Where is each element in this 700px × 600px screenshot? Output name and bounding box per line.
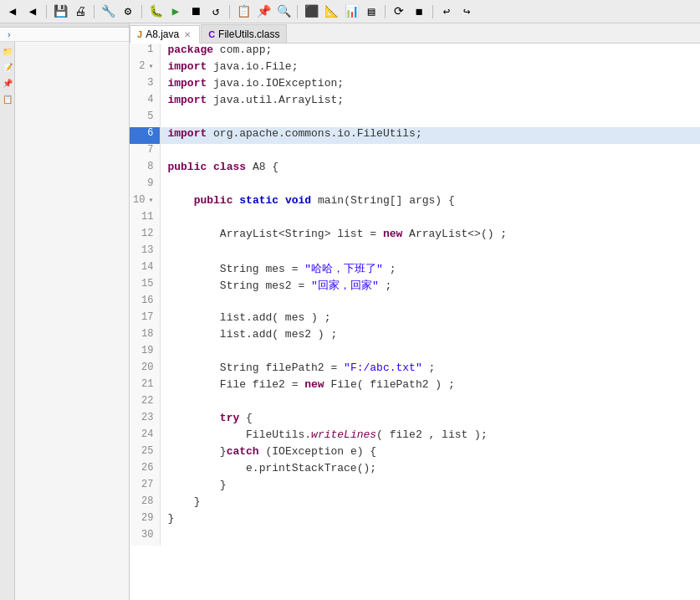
fold-arrow-10[interactable]: ▾ xyxy=(148,195,153,205)
line-number-label-24: 24 xyxy=(141,428,153,440)
line-number-label-26: 26 xyxy=(141,462,153,474)
code-line-24: 24 FileUtils.writeLines( file2 , list ); xyxy=(130,428,700,445)
toolbar-btn-refresh[interactable]: ↺ xyxy=(207,3,225,21)
line-num-12: 12 xyxy=(130,228,161,244)
line-content-13[interactable] xyxy=(161,244,700,261)
toolbar-btn-box[interactable]: ⬛ xyxy=(302,3,320,21)
toolbar-separator xyxy=(46,5,47,18)
toolbar-btn-print[interactable]: 🖨 xyxy=(71,3,89,21)
line-number-label-28: 28 xyxy=(141,495,153,507)
line-content-6[interactable]: import org.apache.commons.io.FileUtils; xyxy=(161,127,700,144)
line-number-label-4: 4 xyxy=(147,94,153,105)
line-content-19[interactable] xyxy=(161,345,700,362)
code-line-13: 13 xyxy=(130,244,700,261)
line-content-24[interactable]: FileUtils.writeLines( file2 , list ); xyxy=(161,428,700,445)
toolbar-btn-build[interactable]: 🔧 xyxy=(99,3,117,21)
line-content-2[interactable]: import java.io.File; xyxy=(161,60,700,77)
code-token-kw: import xyxy=(167,94,207,106)
line-num-5: 5 xyxy=(130,110,161,127)
toolbar-btn-undo[interactable]: ↩ xyxy=(437,3,456,21)
line-content-22[interactable] xyxy=(161,395,700,412)
side-icon-1[interactable]: 📝 xyxy=(1,61,14,74)
line-content-27[interactable]: } xyxy=(161,479,700,495)
code-editor[interactable]: 1package com.app;2▾import java.io.File;3… xyxy=(130,44,700,600)
line-content-26[interactable]: e.printStackTrace(); xyxy=(161,462,700,479)
line-content-11[interactable] xyxy=(161,211,700,228)
toolbar-btn-pin[interactable]: 📌 xyxy=(254,3,273,21)
line-content-14[interactable]: String mes = "哈哈，下班了" ; xyxy=(161,261,700,278)
line-content-1[interactable]: package com.app; xyxy=(161,44,700,60)
line-number-label-17: 17 xyxy=(141,311,153,323)
line-content-7[interactable] xyxy=(161,144,700,161)
toolbar-btn-chart[interactable]: 📊 xyxy=(342,3,360,21)
code-token-str: "回家，回家" xyxy=(311,279,379,292)
breadcrumb-sep1: › xyxy=(8,29,11,39)
toolbar-btn-settings[interactable]: ⚙ xyxy=(119,3,137,21)
toolbar-btn-run[interactable]: ▶ xyxy=(166,3,185,21)
tab-bar: JA8.java✕CFileUtils.class xyxy=(130,23,700,44)
fold-arrow-2[interactable]: ▾ xyxy=(148,61,153,71)
side-icon-3[interactable]: 📋 xyxy=(1,93,14,106)
line-content-10[interactable]: public static void main(String[] args) { xyxy=(161,194,700,211)
toolbar-separator xyxy=(229,5,230,18)
line-content-15[interactable]: String mes2 = "回家，回家" ; xyxy=(161,278,700,295)
code-token-kw: public xyxy=(194,194,233,207)
toolbar-btn-save[interactable]: 💾 xyxy=(51,3,69,21)
toolbar-btn-align[interactable]: 📐 xyxy=(322,3,340,21)
side-icon-2[interactable]: 📌 xyxy=(1,77,14,90)
line-content-25[interactable]: }catch (IOException e) { xyxy=(161,445,700,462)
toolbar-btn-redo[interactable]: ↪ xyxy=(457,3,476,21)
left-content: 📁📝📌📋 xyxy=(0,42,129,600)
line-content-16[interactable] xyxy=(161,295,700,311)
line-num-9: 9 xyxy=(130,177,161,194)
line-content-28[interactable]: } xyxy=(161,495,700,512)
line-num-24: 24 xyxy=(130,428,161,445)
toolbar-btn-debug[interactable]: 🐛 xyxy=(146,3,165,21)
line-num-14: 14 xyxy=(130,261,161,278)
toolbar-btn-stop2[interactable]: ◼ xyxy=(410,3,428,21)
code-line-2: 2▾import java.io.File; xyxy=(130,60,700,77)
code-line-3: 3import java.io.IOException; xyxy=(130,77,700,94)
toolbar-btn-copy[interactable]: 📋 xyxy=(234,3,253,21)
line-content-8[interactable]: public class A8 { xyxy=(161,161,700,177)
line-num-4: 4 xyxy=(130,94,161,110)
tab-close-a8[interactable]: ✕ xyxy=(182,29,192,39)
editor-area: JA8.java✕CFileUtils.class 1package com.a… xyxy=(130,23,700,600)
line-content-29[interactable]: } xyxy=(161,512,700,529)
line-num-26: 26 xyxy=(130,462,161,479)
line-content-18[interactable]: list.add( mes2 ) ; xyxy=(161,328,700,345)
line-content-9[interactable] xyxy=(161,177,700,194)
line-number-label-16: 16 xyxy=(141,295,153,306)
line-number-label-23: 23 xyxy=(141,412,153,423)
toolbar-btn-stop[interactable]: ⏹ xyxy=(186,3,205,21)
line-num-10: 10▾ xyxy=(130,194,161,211)
toolbar-separator xyxy=(297,5,298,18)
toolbar-btn-search[interactable]: 🔍 xyxy=(274,3,293,21)
tab-a8[interactable]: JA8.java✕ xyxy=(130,25,200,44)
line-content-30[interactable] xyxy=(161,529,700,546)
line-content-23[interactable]: try { xyxy=(161,412,700,428)
line-number-label-5: 5 xyxy=(147,110,153,122)
file-tree xyxy=(15,42,129,600)
line-content-4[interactable]: import java.util.ArrayList; xyxy=(161,94,700,110)
tab-fileutils[interactable]: CFileUtils.class xyxy=(201,24,287,43)
line-number-label-14: 14 xyxy=(141,261,153,273)
toolbar-btn-back2[interactable]: ◀ xyxy=(23,3,42,21)
toolbar-btn-back[interactable]: ◀ xyxy=(3,3,22,21)
toolbar-btn-sync[interactable]: ⟳ xyxy=(390,3,408,21)
line-content-20[interactable]: String filePath2 = "F:/abc.txt" ; xyxy=(161,362,700,378)
line-content-12[interactable]: ArrayList<String> list = new ArrayList<>… xyxy=(161,228,700,244)
side-icon-0[interactable]: 📁 xyxy=(1,45,14,59)
toolbar-btn-grid[interactable]: ▤ xyxy=(362,3,381,21)
code-token-str: "哈哈，下班了" xyxy=(304,263,383,275)
line-content-5[interactable] xyxy=(161,110,700,127)
line-num-1: 1 xyxy=(130,44,161,60)
code-token-kw: new xyxy=(304,378,324,391)
line-number-label-9: 9 xyxy=(147,177,153,189)
line-content-3[interactable]: import java.io.IOException; xyxy=(161,77,700,94)
line-content-21[interactable]: File file2 = new File( filePath2 ) ; xyxy=(161,378,700,395)
code-token-kw: catch xyxy=(227,445,259,458)
line-number-label-21: 21 xyxy=(141,378,153,390)
line-content-17[interactable]: list.add( mes ) ; xyxy=(161,311,700,328)
line-num-2: 2▾ xyxy=(130,60,161,77)
